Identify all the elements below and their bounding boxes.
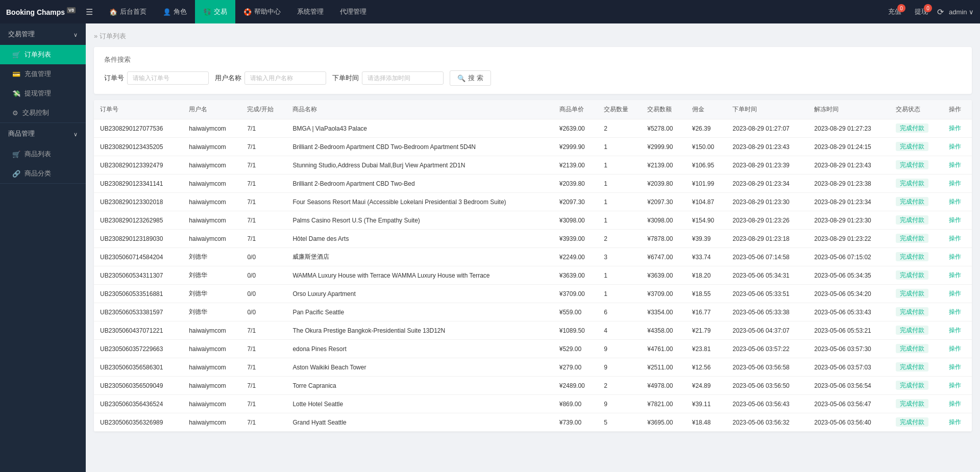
action-button[interactable]: 操作 <box>949 400 961 408</box>
action-button[interactable]: 操作 <box>949 289 961 298</box>
action-button[interactable]: 操作 <box>949 124 961 133</box>
cell-product: Stunning Studio,Address Dubai Mall,Burj … <box>286 156 553 175</box>
cell-action[interactable]: 操作 <box>943 340 972 358</box>
table-row: UB2305060714584204 刘德华 0/0 威廉斯堡酒店 ¥2249.… <box>94 248 972 266</box>
cell-user: haiwaiymcom <box>183 138 241 156</box>
status-badge: 完成付款 <box>896 215 928 225</box>
user-input[interactable] <box>244 71 326 85</box>
cell-order-time: 2023-08-29 01:23:34 <box>726 175 808 193</box>
withdraw-badge: 0 <box>924 4 932 12</box>
cell-action[interactable]: 操作 <box>943 377 972 395</box>
col-commission: 佣金 <box>686 100 727 119</box>
cell-action[interactable]: 操作 <box>943 285 972 303</box>
cell-action[interactable]: 操作 <box>943 138 972 156</box>
cell-action[interactable]: 操作 <box>943 230 972 248</box>
cell-action[interactable]: 操作 <box>943 248 972 266</box>
cell-user: 刘德华 <box>183 248 241 266</box>
cell-status: 完成付款 <box>890 358 943 377</box>
action-button[interactable]: 操作 <box>949 326 961 335</box>
action-button[interactable]: 操作 <box>949 197 961 206</box>
admin-button[interactable]: admin ∨ <box>949 8 974 16</box>
cell-status: 完成付款 <box>890 266 943 285</box>
nav-system[interactable]: 系统管理 <box>289 0 332 23</box>
cell-amount: ¥3695.00 <box>641 413 685 432</box>
sidebar-item-withdraw[interactable]: 💸 提现管理 <box>0 84 86 103</box>
cell-action[interactable]: 操作 <box>943 156 972 175</box>
cell-order-id: UB2305060437071221 <box>94 321 183 340</box>
cell-status: 完成付款 <box>890 413 943 432</box>
cell-status: 完成付款 <box>890 119 943 138</box>
recharge-button[interactable]: 充值 0 <box>884 5 905 18</box>
layout: 交易管理 🛒 订单列表 💳 充值管理 💸 提现管理 ⚙ 交易控制 <box>0 23 980 472</box>
search-button[interactable]: 🔍 搜 索 <box>450 70 491 86</box>
cell-unit-price: ¥2999.90 <box>553 138 598 156</box>
cell-order-time: 2023-08-29 01:23:26 <box>726 211 808 230</box>
cell-unit-price: ¥3639.00 <box>553 266 598 285</box>
sidebar-item-product-list[interactable]: 🛒 商品列表 <box>0 144 86 164</box>
action-button[interactable]: 操作 <box>949 216 961 225</box>
sidebar-group-products-header[interactable]: 商品管理 <box>0 123 86 144</box>
table-row: UB2305060437071221 haiwaiymcom 7/1 The O… <box>94 321 972 340</box>
action-button[interactable]: 操作 <box>949 179 961 188</box>
cell-unit-price: ¥279.00 <box>553 358 598 377</box>
cell-action[interactable]: 操作 <box>943 266 972 285</box>
action-button[interactable]: 操作 <box>949 253 961 261</box>
status-badge: 完成付款 <box>896 289 928 298</box>
action-button[interactable]: 操作 <box>949 363 961 371</box>
cell-status: 完成付款 <box>890 395 943 413</box>
order-input[interactable] <box>127 71 209 85</box>
cell-action[interactable]: 操作 <box>943 175 972 193</box>
cell-action[interactable]: 操作 <box>943 321 972 340</box>
cell-status: 完成付款 <box>890 340 943 358</box>
cell-action[interactable]: 操作 <box>943 395 972 413</box>
status-badge: 完成付款 <box>896 179 928 188</box>
cell-commission: ¥106.95 <box>686 156 727 175</box>
action-button[interactable]: 操作 <box>949 142 961 151</box>
user-field-label: 用户名称 <box>215 73 241 83</box>
cell-qty: 1 <box>598 193 641 211</box>
col-action: 操作 <box>943 100 972 119</box>
home-icon: 🏠 <box>109 8 117 16</box>
cell-qty: 1 <box>598 156 641 175</box>
cell-order-time: 2023-08-29 01:23:43 <box>726 138 808 156</box>
action-button[interactable]: 操作 <box>949 308 961 316</box>
time-input[interactable] <box>362 71 444 85</box>
action-button[interactable]: 操作 <box>949 381 961 390</box>
status-badge: 完成付款 <box>896 417 928 427</box>
nav-agent[interactable]: 代理管理 <box>332 0 375 23</box>
menu-icon[interactable]: ☰ <box>86 7 93 17</box>
cell-unit-price: ¥529.00 <box>553 340 598 358</box>
nav-help[interactable]: 🛟 帮助中心 <box>235 0 289 23</box>
cell-action[interactable]: 操作 <box>943 358 972 377</box>
refresh-button[interactable]: ⟳ <box>937 7 944 17</box>
cell-action[interactable]: 操作 <box>943 303 972 321</box>
cell-action[interactable]: 操作 <box>943 193 972 211</box>
search-box: 条件搜索 订单号 用户名称 下单时间 🔍 搜 索 <box>94 47 972 94</box>
cell-order-id: UB2308290123435205 <box>94 138 183 156</box>
sidebar-item-product-category[interactable]: 🔗 商品分类 <box>0 164 86 183</box>
cell-action[interactable]: 操作 <box>943 119 972 138</box>
nav-role[interactable]: 👤 角色 <box>155 0 195 23</box>
sidebar-item-order-list[interactable]: 🛒 订单列表 <box>0 45 86 64</box>
action-button[interactable]: 操作 <box>949 344 961 353</box>
cell-qty: 2 <box>598 119 641 138</box>
cell-status: 完成付款 <box>890 303 943 321</box>
sidebar-item-trade-control[interactable]: ⚙ 交易控制 <box>0 103 86 122</box>
action-button[interactable]: 操作 <box>949 418 961 427</box>
sidebar-group-transaction-header[interactable]: 交易管理 <box>0 23 86 45</box>
nav-transaction[interactable]: 💱 交易 <box>195 0 235 23</box>
nav-items: 🏠 后台首页 👤 角色 💱 交易 🛟 帮助中心 系统管理 代理管理 <box>101 0 884 23</box>
role-icon: 👤 <box>163 8 171 16</box>
table-row: UB2305060533516881 刘德华 0/0 Orso Luxury A… <box>94 285 972 303</box>
action-button[interactable]: 操作 <box>949 161 961 169</box>
nav-home[interactable]: 🏠 后台首页 <box>101 0 155 23</box>
action-button[interactable]: 操作 <box>949 271 961 280</box>
sidebar-item-recharge[interactable]: 💳 充值管理 <box>0 64 86 84</box>
cell-unit-price: ¥739.00 <box>553 413 598 432</box>
cell-action[interactable]: 操作 <box>943 413 972 432</box>
cell-ratio: 0/0 <box>241 303 286 321</box>
cell-action[interactable]: 操作 <box>943 211 972 230</box>
withdraw-button[interactable]: 提现 0 <box>911 5 932 18</box>
action-button[interactable]: 操作 <box>949 234 961 243</box>
link-icon: 🔗 <box>12 170 20 178</box>
